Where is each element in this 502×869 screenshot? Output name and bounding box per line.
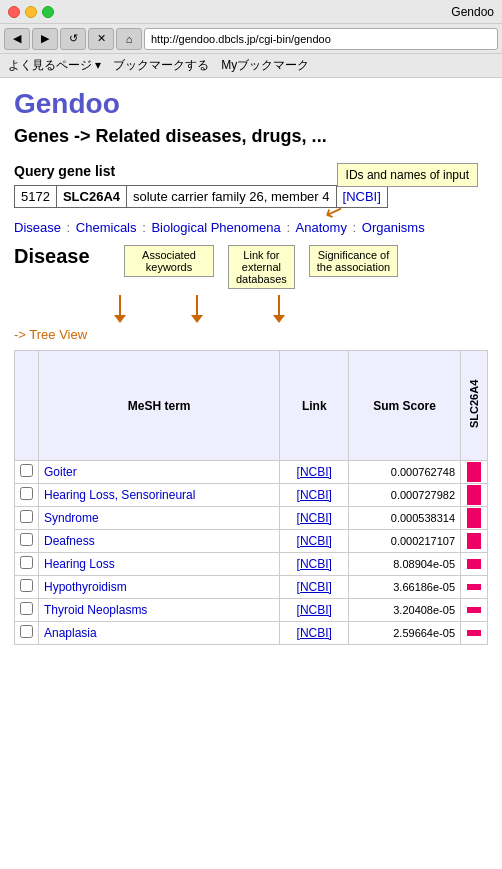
nav-bio[interactable]: Biological Phenomena: [151, 220, 280, 235]
table-row: Hearing Loss[NCBI]8.08904e-05: [15, 553, 488, 576]
table-header-check: [15, 351, 39, 461]
forward-button[interactable]: ▶: [32, 28, 58, 50]
ncbi-link[interactable]: [NCBI]: [297, 580, 332, 594]
color-indicator: [467, 584, 481, 590]
color-indicator: [467, 630, 481, 636]
row-checkbox[interactable]: [20, 625, 33, 638]
bookmark-my[interactable]: Myブックマーク: [221, 57, 309, 74]
table-row: Hearing Loss, Sensorineural[NCBI]0.00072…: [15, 484, 488, 507]
disease-table: MeSH term Link Sum Score SLC26A4 Goiter[…: [14, 350, 488, 645]
refresh-button[interactable]: ↺: [60, 28, 86, 50]
mesh-term-link[interactable]: Deafness: [44, 534, 95, 548]
ncbi-link[interactable]: [NCBI]: [297, 488, 332, 502]
section-nav-links: Disease : Chemicals : Biological Phenome…: [14, 220, 488, 235]
mesh-term-link[interactable]: Thyroid Neoplasms: [44, 603, 147, 617]
bookmark-add[interactable]: ブックマークする: [113, 57, 209, 74]
color-bar-cell: [461, 576, 488, 599]
window-buttons: [8, 6, 54, 18]
table-row: Goiter[NCBI]0.000762748: [15, 461, 488, 484]
score-cell: 8.08904e-05: [349, 553, 461, 576]
mesh-term-link[interactable]: Hearing Loss: [44, 557, 115, 571]
row-checkbox[interactable]: [20, 487, 33, 500]
table-header-score: Sum Score: [349, 351, 461, 461]
title-bar: Gendoo: [0, 0, 502, 24]
nav-bar: ◀ ▶ ↺ ✕ ⌂: [0, 24, 502, 54]
row-checkbox[interactable]: [20, 556, 33, 569]
arrow-row: [14, 295, 488, 323]
color-bar-cell: [461, 461, 488, 484]
table-header-gene: SLC26A4: [461, 351, 488, 461]
color-indicator: [467, 533, 481, 549]
color-indicator: [467, 508, 481, 528]
mesh-term-link[interactable]: Goiter: [44, 465, 77, 479]
score-cell: 0.000727982: [349, 484, 461, 507]
table-header-mesh: MeSH term: [39, 351, 280, 461]
color-bar-cell: [461, 553, 488, 576]
disease-section: Disease Associated keywords Link forexte…: [14, 245, 488, 645]
url-bar[interactable]: [144, 28, 498, 50]
home-button[interactable]: ⌂: [116, 28, 142, 50]
table-row: Anaplasia[NCBI]2.59664e-05: [15, 622, 488, 645]
score-cell: 0.000538314: [349, 507, 461, 530]
row-checkbox[interactable]: [20, 464, 33, 477]
close-nav-button[interactable]: ✕: [88, 28, 114, 50]
nav-disease[interactable]: Disease: [14, 220, 61, 235]
mesh-term-link[interactable]: Anaplasia: [44, 626, 97, 640]
row-checkbox[interactable]: [20, 510, 33, 523]
maximize-button[interactable]: [42, 6, 54, 18]
callout-link: Link forexternaldatabases: [228, 245, 295, 289]
ncbi-link[interactable]: [NCBI]: [297, 511, 332, 525]
row-checkbox[interactable]: [20, 602, 33, 615]
ncbi-link[interactable]: [NCBI]: [297, 534, 332, 548]
score-cell: 2.59664e-05: [349, 622, 461, 645]
ncbi-link[interactable]: [NCBI]: [297, 557, 332, 571]
callout-row: Associated keywords Link forexternaldata…: [124, 245, 398, 289]
row-checkbox[interactable]: [20, 533, 33, 546]
bookmark-bar: よく見るページ ▾ ブックマークする Myブックマーク: [0, 54, 502, 78]
annotation-box-ids: IDs and names of input: [337, 163, 478, 187]
ncbi-link[interactable]: [NCBI]: [297, 626, 332, 640]
back-button[interactable]: ◀: [4, 28, 30, 50]
mesh-term-link[interactable]: Syndrome: [44, 511, 99, 525]
page-content: Gendoo Genes -> Related diseases, drugs,…: [0, 78, 502, 869]
table-header-link: Link: [280, 351, 349, 461]
ncbi-link[interactable]: [NCBI]: [297, 465, 332, 479]
bookmark-freq[interactable]: よく見るページ ▾: [8, 57, 101, 74]
table-row: Deafness[NCBI]0.000217107: [15, 530, 488, 553]
score-cell: 0.000762748: [349, 461, 461, 484]
mesh-term-link[interactable]: Hearing Loss, Sensorineural: [44, 488, 195, 502]
mesh-term-link[interactable]: Hypothyroidism: [44, 580, 127, 594]
color-bar-cell: [461, 507, 488, 530]
row-checkbox[interactable]: [20, 579, 33, 592]
site-title[interactable]: Gendoo: [14, 88, 488, 120]
color-bar-cell: [461, 530, 488, 553]
color-indicator: [467, 559, 481, 569]
nav-chemicals[interactable]: Chemicals: [76, 220, 137, 235]
score-cell: 0.000217107: [349, 530, 461, 553]
minimize-button[interactable]: [25, 6, 37, 18]
gene-id: 5172: [15, 186, 57, 208]
disease-section-title: Disease: [14, 245, 104, 268]
close-button[interactable]: [8, 6, 20, 18]
page-heading: Genes -> Related diseases, drugs, ...: [14, 126, 488, 147]
color-bar-cell: [461, 599, 488, 622]
color-indicator: [467, 485, 481, 505]
color-bar-cell: [461, 622, 488, 645]
table-row: Syndrome[NCBI]0.000538314: [15, 507, 488, 530]
query-area: IDs and names of input ↙ Query gene list…: [14, 163, 488, 208]
tree-view-link[interactable]: -> Tree View: [14, 327, 488, 342]
color-indicator: [467, 462, 481, 482]
ncbi-link[interactable]: [NCBI]: [297, 603, 332, 617]
callout-significance: Significance ofthe association: [309, 245, 398, 289]
callout-keywords: Associated keywords: [124, 245, 214, 289]
color-bar-cell: [461, 484, 488, 507]
gene-name: solute carrier family 26, member 4: [127, 186, 337, 208]
score-cell: 3.66186e-05: [349, 576, 461, 599]
score-cell: 3.20408e-05: [349, 599, 461, 622]
gene-symbol: SLC26A4: [56, 186, 126, 208]
color-indicator: [467, 607, 481, 613]
nav-organisms[interactable]: Organisms: [362, 220, 425, 235]
table-row: Hypothyroidism[NCBI]3.66186e-05: [15, 576, 488, 599]
table-row: Thyroid Neoplasms[NCBI]3.20408e-05: [15, 599, 488, 622]
window-title: Gendoo: [64, 5, 494, 19]
